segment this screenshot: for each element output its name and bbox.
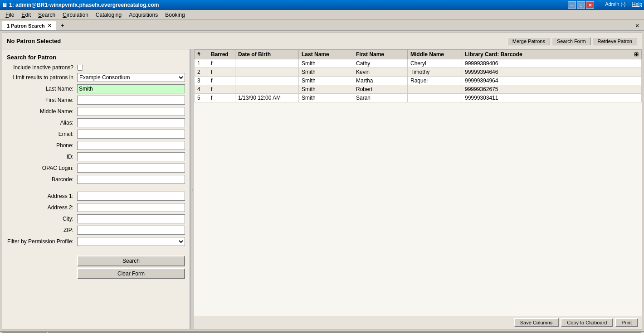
- vertical-splitter[interactable]: ⋮: [190, 49, 194, 329]
- include-inactive-label: Include inactive patrons?: [7, 64, 77, 71]
- cell-barcode: 99999362675: [462, 85, 642, 94]
- last-name-row: Last Name:: [7, 84, 185, 93]
- opac-login-row: OPAC Login:: [7, 164, 185, 173]
- middle-name-input[interactable]: [77, 107, 185, 116]
- last-name-input[interactable]: [77, 84, 185, 93]
- window-title: 1: admin@BR1-winxpvmfx.phasefx.evergreen…: [9, 2, 159, 8]
- zip-input[interactable]: [77, 226, 185, 235]
- col-header-barcode[interactable]: Library Card: Barcode ⊞: [462, 50, 642, 59]
- search-form-button[interactable]: Search Form: [552, 37, 591, 45]
- email-input[interactable]: [77, 130, 185, 139]
- phone-row: Phone:: [7, 141, 185, 150]
- address2-input[interactable]: [77, 203, 185, 212]
- restore-button[interactable]: □: [577, 1, 585, 9]
- clear-form-button[interactable]: Clear Form: [77, 268, 185, 279]
- phone-input[interactable]: [77, 141, 185, 150]
- menu-file[interactable]: File: [2, 11, 18, 19]
- table-row[interactable]: 1fSmithCathyCheryl99999389406: [195, 59, 642, 68]
- id-input[interactable]: [77, 152, 185, 161]
- cell-num: 1: [195, 59, 208, 68]
- city-input[interactable]: [77, 214, 185, 223]
- header-row: No Patron Selected Merge Patrons Search …: [2, 33, 642, 49]
- menu-cataloging[interactable]: Cataloging: [92, 11, 125, 19]
- address1-input[interactable]: [77, 192, 185, 201]
- email-row: Email:: [7, 130, 185, 139]
- body-split: Search for Patron Include inactive patro…: [2, 49, 642, 329]
- include-inactive-checkbox[interactable]: [77, 65, 83, 71]
- limit-results-label: Limit results to patrons in: [7, 74, 77, 81]
- cell-first-name: Kevin: [353, 68, 408, 77]
- merge-patrons-button[interactable]: Merge Patrons: [507, 37, 550, 45]
- col-header-num[interactable]: #: [195, 50, 208, 59]
- patron-status: No Patron Selected: [7, 38, 61, 44]
- cell-barcode: 99999394964: [462, 77, 642, 85]
- alias-row: Alias:: [7, 118, 185, 127]
- title-bar-left: 🖥 1: admin@BR1-winxpvmfx.phasefx.evergre…: [2, 2, 159, 8]
- cell-first-name: Martha: [353, 77, 408, 85]
- col-header-first-name[interactable]: First Name: [353, 50, 408, 59]
- phone-label: Phone:: [7, 142, 77, 149]
- col-header-middle-name[interactable]: Middle Name: [408, 50, 462, 59]
- include-inactive-row: Include inactive patrons?: [7, 64, 185, 71]
- middle-name-row: Middle Name:: [7, 107, 185, 116]
- first-name-input[interactable]: [77, 96, 185, 105]
- table-row[interactable]: 4fSmithRobert99999362675: [195, 85, 642, 94]
- col-header-last-name[interactable]: Last Name: [299, 50, 353, 59]
- title-bar-controls: ─ □ ✕ Admin (-) Help: [568, 1, 642, 9]
- opac-login-input[interactable]: [77, 164, 185, 173]
- menu-search[interactable]: Search: [34, 11, 59, 19]
- barcode-label: Barcode:: [7, 176, 77, 183]
- tab-patron-search[interactable]: 1 Patron Search ✕: [2, 21, 56, 30]
- main-content: No Patron Selected Merge Patrons Search …: [2, 33, 642, 329]
- close-window-icon[interactable]: ✕: [632, 22, 642, 30]
- cell-first-name: Robert: [353, 85, 408, 94]
- copy-to-clipboard-button[interactable]: Copy to Clipboard: [561, 318, 613, 327]
- cell-barcode: 99999303411: [462, 94, 642, 102]
- header-buttons: Merge Patrons Search Form Retrieve Patro…: [507, 37, 637, 45]
- minimize-button[interactable]: ─: [568, 1, 576, 9]
- cell-dob: [235, 85, 299, 94]
- alias-input[interactable]: [77, 118, 185, 127]
- menu-circulation[interactable]: Circulation: [59, 11, 92, 19]
- app-icon: 🖥: [2, 2, 7, 8]
- add-tab-button[interactable]: +: [57, 21, 68, 30]
- address2-label: Address 2:: [7, 204, 77, 211]
- menu-booking[interactable]: Booking: [161, 11, 188, 19]
- zip-row: ZIP:: [7, 226, 185, 235]
- col-header-barred[interactable]: Barred: [208, 50, 235, 59]
- close-button[interactable]: ✕: [586, 1, 594, 9]
- bottom-bar: Save Columns Copy to Clipboard Print: [194, 316, 642, 329]
- table-header: # Barred Date of Birth Last Name First N…: [195, 50, 642, 59]
- first-name-row: First Name:: [7, 96, 185, 105]
- menu-edit[interactable]: Edit: [18, 11, 34, 19]
- print-button[interactable]: Print: [615, 318, 638, 327]
- table-row[interactable]: 5f1/13/90 12:00 AMSmithSarah99999303411: [195, 94, 642, 102]
- limit-results-select[interactable]: Example Consortium: [77, 73, 185, 82]
- barcode-input[interactable]: [77, 175, 185, 184]
- filter-profile-select[interactable]: [77, 237, 185, 246]
- cell-middle-name: Cheryl: [408, 59, 462, 68]
- cell-middle-name: [408, 85, 462, 94]
- retrieve-patron-button[interactable]: Retrieve Patron: [593, 37, 637, 45]
- menu-acquisitions[interactable]: Acquisitions: [125, 11, 161, 19]
- cell-middle-name: Raquel: [408, 77, 462, 85]
- close-tab-icon[interactable]: ✕: [48, 23, 51, 28]
- search-button-label: Search: [122, 258, 140, 264]
- search-panel: Search for Patron Include inactive patro…: [2, 49, 190, 329]
- save-columns-button[interactable]: Save Columns: [514, 318, 559, 327]
- table-row[interactable]: 2fSmithKevinTimothy99999394646: [195, 68, 642, 77]
- cell-barred: f: [208, 94, 235, 102]
- tab-bar: 1 Patron Search ✕ + ✕: [0, 20, 644, 31]
- col-header-dob[interactable]: Date of Birth: [235, 50, 299, 59]
- alias-label: Alias:: [7, 120, 77, 126]
- results-table-container[interactable]: # Barred Date of Birth Last Name First N…: [194, 49, 642, 316]
- cell-barcode: 99999389406: [462, 59, 642, 68]
- cell-first-name: Sarah: [353, 94, 408, 102]
- email-label: Email:: [7, 131, 77, 137]
- table-row[interactable]: 3fSmithMarthaRaquel99999394964: [195, 77, 642, 85]
- city-row: City:: [7, 214, 185, 223]
- search-button[interactable]: Search: [77, 256, 185, 266]
- filter-profile-row: Filter by Permission Profile:: [7, 237, 185, 246]
- tab-label: 1 Patron Search: [7, 23, 45, 29]
- help-label[interactable]: Help: [632, 1, 642, 9]
